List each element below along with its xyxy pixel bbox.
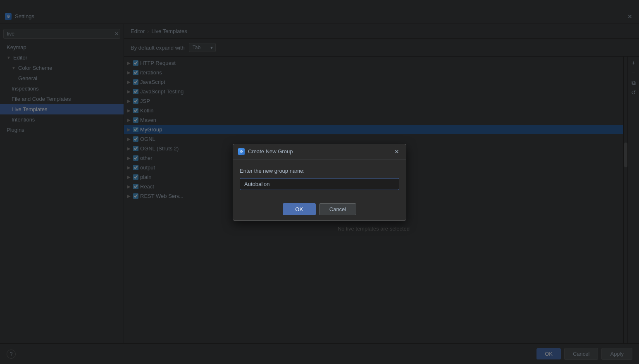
modal-cancel-button[interactable]: Cancel	[319, 203, 356, 215]
modal-icon: ⚙	[238, 148, 245, 155]
modal-group-name-input[interactable]	[240, 178, 399, 190]
modal-close-button[interactable]: ✕	[393, 148, 401, 156]
modal-title-bar: ⚙ Create New Group ✕	[233, 144, 406, 159]
create-new-group-modal: ⚙ Create New Group ✕ Enter the new group…	[233, 144, 406, 221]
modal-input-label: Enter the new group name:	[240, 168, 399, 174]
modal-footer: OK Cancel	[233, 198, 406, 220]
modal-ok-button[interactable]: OK	[283, 203, 316, 215]
modal-overlay: ⚙ Create New Group ✕ Enter the new group…	[0, 0, 639, 364]
modal-title-text: Create New Group	[248, 148, 293, 155]
modal-body: Enter the new group name:	[233, 159, 406, 198]
modal-title: ⚙ Create New Group	[238, 148, 293, 155]
